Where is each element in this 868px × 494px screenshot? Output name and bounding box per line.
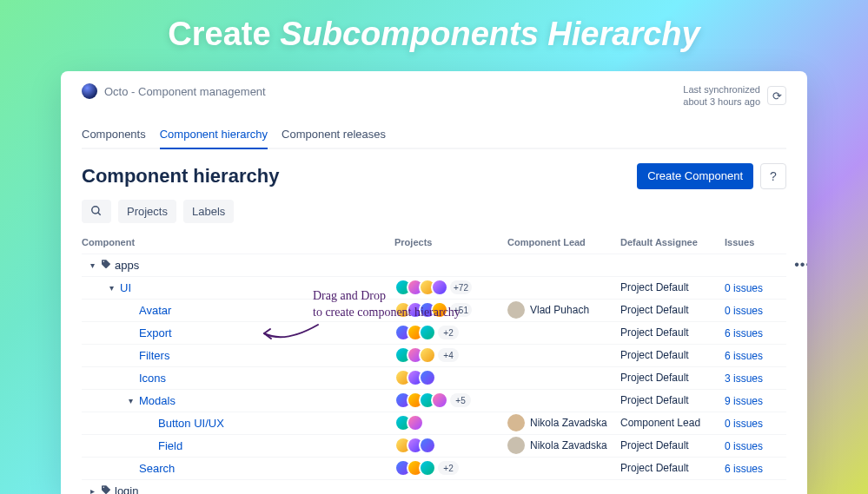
issues-cell: 0 issues	[725, 281, 794, 294]
projects-more-badge[interactable]: +2	[438, 326, 459, 339]
projects-cell: +2	[394, 324, 507, 341]
project-avatar[interactable]	[431, 392, 448, 409]
row-actions[interactable]: •••	[794, 257, 807, 273]
component-name[interactable]: Filters	[139, 349, 169, 362]
projects-cell: +4	[394, 346, 507, 364]
projects-cell: +72	[394, 279, 507, 296]
component-name[interactable]: login	[115, 484, 138, 494]
issues-link[interactable]: 0 issues	[725, 440, 763, 452]
assignee-cell: Project Default	[620, 304, 725, 316]
projects-more-badge[interactable]: +72	[450, 280, 472, 294]
labels-filter[interactable]: Labels	[183, 200, 234, 223]
project-avatar[interactable]	[419, 346, 436, 364]
lead-cell: Nikola Zavadska	[507, 437, 620, 454]
brand-icon	[82, 83, 97, 99]
issues-cell: 0 issues	[725, 417, 794, 430]
component-name[interactable]: Modals	[139, 394, 176, 407]
issues-link[interactable]: 6 issues	[725, 350, 763, 362]
table-row[interactable]: Button UI/UXNikola ZavadskaComponent Lea…	[82, 412, 786, 435]
chevron-down-icon[interactable]: ▾	[106, 282, 116, 293]
issues-cell: 6 issues	[725, 326, 794, 339]
help-button[interactable]: ?	[760, 163, 786, 189]
project-avatar[interactable]	[431, 301, 448, 319]
component-name[interactable]: Icons	[139, 372, 166, 385]
issues-link[interactable]: 0 issues	[725, 282, 763, 294]
project-avatar[interactable]	[419, 459, 436, 477]
tag-icon	[101, 259, 111, 272]
issues-link[interactable]: 0 issues	[725, 305, 763, 317]
table-row[interactable]: Search+2Project Default6 issues	[82, 458, 786, 480]
issues-link[interactable]: 6 issues	[725, 463, 763, 475]
sync-status: Last synchronized about 3 hours ago	[683, 83, 760, 109]
chevron-down-icon[interactable]: ▾	[87, 260, 97, 270]
component-name[interactable]: Avatar	[139, 304, 171, 317]
col-projects: Projects	[394, 237, 507, 247]
avatar[interactable]	[507, 414, 525, 431]
tab-releases[interactable]: Component releases	[282, 122, 386, 148]
avatar[interactable]	[507, 437, 525, 454]
component-name[interactable]: Button UI/UX	[158, 417, 224, 430]
chevron-down-icon[interactable]: ▾	[125, 395, 136, 405]
create-component-button[interactable]: Create Component	[637, 163, 753, 189]
table-row[interactable]: ▾UI+72Project Default0 issues	[82, 277, 786, 300]
svg-line-1	[98, 213, 101, 215]
col-component: Component	[82, 237, 394, 247]
project-avatar[interactable]	[407, 414, 424, 431]
table-row[interactable]: Export+2Project Default6 issues	[82, 322, 786, 345]
col-assignee: Default Assignee	[620, 237, 725, 247]
tab-components[interactable]: Components	[82, 122, 146, 148]
issues-link[interactable]: 9 issues	[725, 395, 763, 407]
search-button[interactable]	[82, 200, 111, 223]
projects-more-badge[interactable]: +4	[438, 348, 459, 362]
component-name[interactable]: UI	[120, 281, 131, 294]
project-avatar[interactable]	[419, 369, 436, 386]
issues-link[interactable]: 6 issues	[725, 327, 763, 339]
projects-cell: +5	[394, 392, 507, 409]
col-lead: Component Lead	[507, 237, 620, 247]
issues-cell: 0 issues	[725, 439, 794, 452]
component-name[interactable]: Field	[158, 439, 182, 452]
lead-name[interactable]: Nikola Zavadska	[530, 417, 607, 429]
projects-more-badge[interactable]: +2	[438, 461, 459, 475]
table-row[interactable]: IconsProject Default3 issues	[82, 367, 786, 390]
table-row[interactable]: Filters+4Project Default6 issues	[82, 345, 786, 367]
tag-icon	[101, 484, 111, 494]
assignee-cell: Project Default	[620, 462, 725, 474]
table-row[interactable]: Avatar+51Vlad PuhachProject Default0 iss…	[82, 300, 786, 322]
component-name[interactable]: apps	[115, 259, 139, 272]
col-issues: Issues	[725, 237, 794, 247]
projects-more-badge[interactable]: +51	[450, 303, 472, 317]
chevron-right-icon[interactable]: ▸	[87, 485, 97, 494]
project-avatar[interactable]	[431, 279, 448, 296]
projects-more-badge[interactable]: +5	[450, 393, 471, 407]
lead-cell: Nikola Zavadska	[507, 414, 620, 431]
issues-link[interactable]: 3 issues	[725, 372, 763, 385]
hero-title: Create Subcomponents Hierarchy	[0, 0, 868, 53]
component-name[interactable]: Export	[139, 326, 172, 339]
lead-name[interactable]: Vlad Puhach	[530, 304, 589, 316]
lead-name[interactable]: Nikola Zavadska	[530, 439, 607, 451]
assignee-cell: Project Default	[620, 439, 725, 451]
project-avatar[interactable]	[419, 324, 436, 341]
assignee-cell: Project Default	[620, 394, 725, 406]
lead-cell: Vlad Puhach	[507, 301, 620, 319]
avatar[interactable]	[507, 301, 525, 319]
issues-cell: 0 issues	[725, 304, 794, 317]
projects-cell: +51	[394, 301, 507, 319]
table-row[interactable]: ▾apps•••	[82, 254, 786, 277]
table-row[interactable]: ▸login	[82, 480, 786, 494]
svg-point-0	[92, 207, 99, 214]
table-row[interactable]: FieldNikola ZavadskaProject Default0 iss…	[82, 435, 786, 458]
tab-hierarchy[interactable]: Component hierarchy	[160, 122, 268, 149]
project-avatar[interactable]	[419, 437, 436, 454]
refresh-icon: ⟳	[772, 89, 782, 102]
table-row[interactable]: ▾Modals+5Project Default9 issues	[82, 390, 786, 412]
issues-link[interactable]: 0 issues	[725, 418, 763, 430]
brand-label: Octo - Component management	[104, 85, 266, 98]
component-name[interactable]: Search	[139, 462, 175, 475]
tabs: Components Component hierarchy Component…	[82, 122, 786, 149]
projects-filter[interactable]: Projects	[118, 200, 176, 223]
assignee-cell: Project Default	[620, 281, 725, 293]
issues-cell: 9 issues	[725, 394, 794, 407]
sync-button[interactable]: ⟳	[767, 86, 786, 105]
